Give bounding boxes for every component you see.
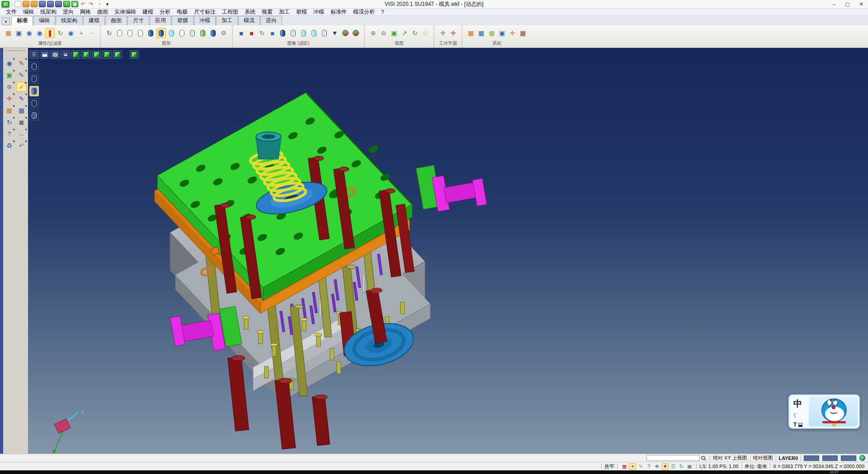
menu-edit[interactable]: 编辑 bbox=[20, 8, 37, 16]
solid-cube-icon[interactable]: ◼ bbox=[16, 117, 27, 127]
workplane-axes-icon[interactable]: ✛ bbox=[438, 28, 448, 38]
edit-delete-icon[interactable]: ✎ bbox=[16, 58, 27, 68]
save-as-icon[interactable] bbox=[47, 1, 54, 7]
shade-solid-icon[interactable] bbox=[29, 86, 39, 96]
history-icon[interactable]: ◔ bbox=[96, 1, 103, 7]
confirm-check-icon[interactable]: ✓ bbox=[16, 82, 27, 92]
menu-surface[interactable]: 曲面 bbox=[94, 8, 111, 16]
ime-keyboard-icon[interactable] bbox=[798, 423, 802, 427]
right-handle-assembly[interactable] bbox=[416, 165, 487, 211]
note-edit-icon[interactable]: ✎ bbox=[637, 463, 644, 470]
menu-analysis[interactable]: 分析 bbox=[156, 8, 174, 16]
eye-refresh-icon[interactable]: ↻ bbox=[56, 28, 65, 38]
ucs-axes-icon[interactable]: ✛ bbox=[4, 94, 14, 104]
tab-surface[interactable]: 曲面 bbox=[105, 16, 127, 25]
search-input[interactable] bbox=[646, 455, 700, 461]
menu-mould[interactable]: 塑模 bbox=[293, 8, 310, 16]
minimize-button[interactable]: – bbox=[827, 0, 841, 8]
traffic-light-icon[interactable]: ❚ bbox=[45, 28, 55, 38]
img-cyl-check-icon[interactable] bbox=[299, 28, 308, 38]
menu-drawing[interactable]: 工程图 bbox=[219, 8, 241, 16]
shade-wireframe-icon[interactable] bbox=[29, 62, 39, 72]
iso-view-6-icon[interactable] bbox=[129, 50, 139, 59]
ime-panel[interactable]: 中 ☾ T bbox=[788, 394, 860, 429]
open-copy-icon[interactable] bbox=[31, 1, 38, 7]
transparency-icon[interactable] bbox=[50, 50, 60, 59]
tab-stamping[interactable]: 冲模 bbox=[194, 16, 216, 25]
tab-wireframe[interactable]: 线架构 bbox=[56, 16, 83, 25]
img-cyl-wire-icon[interactable] bbox=[320, 28, 329, 38]
menu-machining[interactable]: 加工 bbox=[276, 8, 293, 16]
open-file-icon[interactable] bbox=[23, 1, 29, 7]
color-palette-icon[interactable]: ▦ bbox=[466, 28, 476, 38]
rotate-mode-icon[interactable]: ↻ bbox=[678, 463, 685, 470]
iso-view-4-icon[interactable] bbox=[102, 50, 112, 59]
qat-dropdown-icon[interactable]: ▾ bbox=[104, 1, 111, 7]
menu-standard-parts[interactable]: 标准件 bbox=[327, 8, 350, 16]
menu-help[interactable]: ? bbox=[378, 9, 387, 15]
tab-edit[interactable]: 编辑 bbox=[33, 16, 55, 25]
tab-apply[interactable]: 应用 bbox=[150, 16, 171, 25]
zoom-window-icon[interactable]: ▣ bbox=[389, 28, 399, 38]
cylinder-transparent-icon[interactable] bbox=[167, 28, 176, 38]
help-icon[interactable]: ? bbox=[4, 129, 14, 139]
window-select-icon[interactable]: ▣ bbox=[4, 70, 14, 80]
cylinder-copy-icon[interactable] bbox=[208, 28, 218, 38]
grid-window-icon[interactable]: ▣ bbox=[686, 463, 693, 470]
mini-view-icon[interactable] bbox=[61, 50, 70, 59]
curve-edit-icon[interactable]: ✎ bbox=[16, 70, 27, 80]
iso-view-1-icon[interactable] bbox=[71, 50, 80, 59]
viewport-3d[interactable]: X ☰ 中 bbox=[28, 48, 868, 454]
color-swatch-2[interactable] bbox=[822, 455, 838, 461]
view-orientation-status[interactable]: 绝对 XY 上视图 bbox=[713, 455, 747, 461]
menu-modeling[interactable]: 建模 bbox=[139, 8, 156, 16]
preview-icon[interactable]: ◉ bbox=[71, 1, 78, 7]
cone-direction-icon[interactable]: ▼ bbox=[661, 463, 669, 470]
menu-electrode[interactable]: 电极 bbox=[174, 8, 191, 16]
img-add-icon[interactable]: ◼ bbox=[236, 28, 246, 38]
delete-trash-icon[interactable]: ♻ bbox=[4, 141, 14, 151]
grid-red-icon[interactable]: ▦ bbox=[518, 28, 528, 38]
dynamic-zoom-icon[interactable]: ◉ bbox=[4, 58, 14, 68]
maximize-button[interactable]: ▢ bbox=[841, 0, 854, 8]
search-icon[interactable] bbox=[701, 456, 705, 460]
menu-file[interactable]: 文件 bbox=[3, 8, 20, 16]
menu-mesh[interactable]: 网格 bbox=[77, 8, 94, 16]
export-icon[interactable]: ↑ bbox=[63, 1, 70, 7]
eye-invert-icon[interactable]: ◉ bbox=[66, 28, 75, 38]
eye-add-icon[interactable]: ◉ bbox=[24, 28, 34, 38]
lock-toggle[interactable]: 拴牢 bbox=[604, 463, 614, 470]
smiley-view-icon[interactable]: ☺ bbox=[420, 28, 430, 38]
mold-assembly-model[interactable]: X bbox=[28, 48, 868, 454]
attr-paint-icon[interactable]: ▦ bbox=[4, 28, 13, 38]
absolute-view-status[interactable]: 绝对视图 bbox=[753, 455, 773, 461]
iso-view-2-icon[interactable] bbox=[81, 50, 91, 59]
img-cyl-blue-icon[interactable] bbox=[278, 28, 288, 38]
shade-edges-icon[interactable] bbox=[29, 98, 39, 109]
cylinder-outline-icon[interactable] bbox=[115, 28, 124, 38]
cylinder-shaded-edges-icon[interactable] bbox=[156, 28, 166, 38]
toolbar-drag-handle[interactable] bbox=[6, 50, 25, 53]
menu-window[interactable]: 视窗 bbox=[259, 8, 276, 16]
zoom-out-icon[interactable]: ⊖ bbox=[379, 28, 388, 38]
ime-mode-indicator[interactable]: 中 bbox=[793, 398, 807, 410]
cylinder-paint-icon[interactable] bbox=[198, 28, 208, 38]
snap-point-icon[interactable]: ✛ bbox=[653, 463, 660, 470]
menu-solid-edit[interactable]: 实体编辑 bbox=[111, 8, 139, 16]
color-swatch-1[interactable] bbox=[804, 455, 819, 461]
color-table-icon[interactable]: ▦ bbox=[476, 28, 486, 38]
ime-tool-icon[interactable]: T bbox=[793, 422, 797, 428]
tab-dropdown-icon[interactable]: ▾ bbox=[2, 18, 10, 25]
close-button[interactable]: ✕ bbox=[854, 0, 868, 8]
img-cyl-striped-icon[interactable] bbox=[288, 28, 298, 38]
regenerate-icon[interactable]: ↻ bbox=[4, 117, 14, 127]
cylinder-outline3-icon[interactable] bbox=[136, 28, 145, 38]
globe-icon[interactable] bbox=[859, 455, 865, 461]
tab-flow[interactable]: 模流 bbox=[238, 16, 260, 25]
workplane-edit-icon[interactable]: ✛ bbox=[448, 28, 458, 38]
active-layer-status[interactable]: LAYER0 bbox=[779, 455, 798, 461]
cylinder-shaded-icon[interactable] bbox=[146, 28, 156, 38]
menu-wireframe[interactable]: 线架构 bbox=[37, 8, 60, 16]
iso-view-5-icon[interactable] bbox=[113, 50, 122, 59]
attributes-paint-icon[interactable]: ▦ bbox=[4, 105, 14, 115]
